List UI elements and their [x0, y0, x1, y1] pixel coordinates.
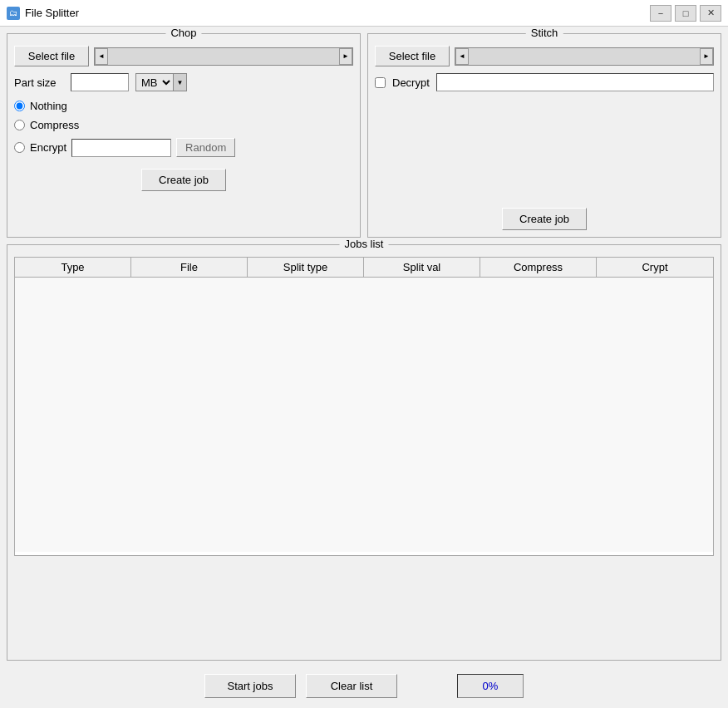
chop-encrypt-row: Random [71, 138, 235, 157]
main-content: Chop Select file ◄ ► Part size [0, 27, 728, 708]
chop-encrypt-input[interactable] [71, 139, 171, 157]
jobs-table-header: Type File Split type Split val Compress … [15, 258, 713, 278]
stitch-scroll-left-arrow[interactable]: ◄ [455, 48, 469, 65]
jobs-col-crypt: Crypt [597, 258, 713, 277]
jobs-col-split-val: Split val [364, 258, 480, 277]
stitch-create-job-row: Create job [375, 208, 714, 230]
stitch-panel-inner: Select file ◄ ► Decrypt [375, 46, 714, 230]
chop-radio-encrypt: Encrypt Random [14, 138, 353, 157]
chop-radio-encrypt-label[interactable]: Encrypt [30, 141, 66, 154]
top-panels: Chop Select file ◄ ► Part size [7, 33, 721, 238]
chop-radio-nothing-label[interactable]: Nothing [30, 100, 67, 112]
chop-radio-encrypt-input[interactable] [14, 142, 25, 153]
chop-scroll-track [108, 48, 339, 65]
jobs-panel-title: Jobs list [340, 238, 389, 250]
jobs-table-body [15, 278, 713, 552]
chop-scroll-right-arrow[interactable]: ► [339, 48, 352, 65]
stitch-scroll-track [469, 48, 700, 65]
stitch-panel-title: Stitch [526, 27, 563, 39]
stitch-select-file-button[interactable]: Select file [375, 46, 450, 66]
chop-unit-select[interactable]: MB KB GB [136, 74, 173, 91]
window-controls: − □ ✕ [650, 5, 721, 22]
stitch-decrypt-input[interactable] [436, 73, 714, 91]
chop-part-size-label: Part size [14, 76, 64, 89]
progress-display: 0% [457, 674, 524, 698]
chop-radio-compress: Compress [14, 119, 353, 131]
chop-unit-dropdown-arrow[interactable]: ▼ [173, 74, 186, 91]
window-title: File Splitter [25, 7, 650, 19]
chop-panel: Chop Select file ◄ ► Part size [7, 33, 361, 238]
stitch-decrypt-label[interactable]: Decrypt [392, 76, 430, 89]
chop-radio-compress-label[interactable]: Compress [30, 119, 79, 131]
clear-list-button[interactable]: Clear list [306, 674, 397, 698]
stitch-decrypt-row: Decrypt [375, 73, 714, 91]
stitch-file-input[interactable]: ◄ ► [455, 47, 714, 66]
jobs-col-type: Type [15, 258, 131, 277]
jobs-panel: Jobs list Type File Split type Split val… [7, 244, 721, 661]
chop-create-job-row: Create job [14, 169, 353, 191]
bottom-row: Start jobs Clear list 0% [7, 667, 721, 701]
jobs-table-wrapper: Type File Split type Split val Compress … [14, 257, 714, 556]
chop-panel-title: Chop [165, 27, 201, 39]
chop-radio-nothing-input[interactable] [14, 101, 25, 111]
stitch-panel: Stitch Select file ◄ ► Decryp [367, 33, 721, 238]
chop-file-input[interactable]: ◄ ► [94, 47, 353, 66]
title-bar: 🗂 File Splitter − □ ✕ [0, 0, 728, 27]
chop-radio-nothing: Nothing [14, 100, 353, 112]
chop-radio-compress-input[interactable] [14, 120, 25, 130]
jobs-col-split-type: Split type [248, 258, 364, 277]
maximize-button[interactable]: □ [675, 5, 696, 22]
start-jobs-button[interactable]: Start jobs [204, 674, 296, 698]
chop-part-size-row: Part size MB KB GB ▼ [14, 73, 353, 91]
app-icon: 🗂 [7, 7, 20, 20]
minimize-button[interactable]: − [650, 5, 671, 22]
chop-select-file-button[interactable]: Select file [14, 46, 89, 66]
close-button[interactable]: ✕ [700, 5, 721, 22]
main-window: 🗂 File Splitter − □ ✕ Chop Select file ◄ [0, 0, 728, 708]
stitch-scroll-right-arrow[interactable]: ► [700, 48, 713, 65]
chop-file-row: Select file ◄ ► [14, 46, 353, 66]
stitch-file-row: Select file ◄ ► [375, 46, 714, 66]
chop-radio-group: Nothing Compress Encrypt Random [14, 100, 353, 157]
stitch-create-job-button[interactable]: Create job [502, 208, 587, 230]
chop-panel-inner: Select file ◄ ► Part size MB [14, 46, 353, 191]
chop-random-button[interactable]: Random [176, 138, 235, 157]
stitch-decrypt-checkbox[interactable] [375, 77, 386, 88]
chop-create-job-button[interactable]: Create job [141, 169, 226, 191]
jobs-col-file: File [131, 258, 248, 277]
chop-unit-select-wrapper[interactable]: MB KB GB ▼ [135, 73, 187, 91]
chop-scroll-left-arrow[interactable]: ◄ [95, 48, 108, 65]
jobs-col-compress: Compress [480, 258, 597, 277]
chop-part-size-input[interactable] [71, 73, 129, 91]
